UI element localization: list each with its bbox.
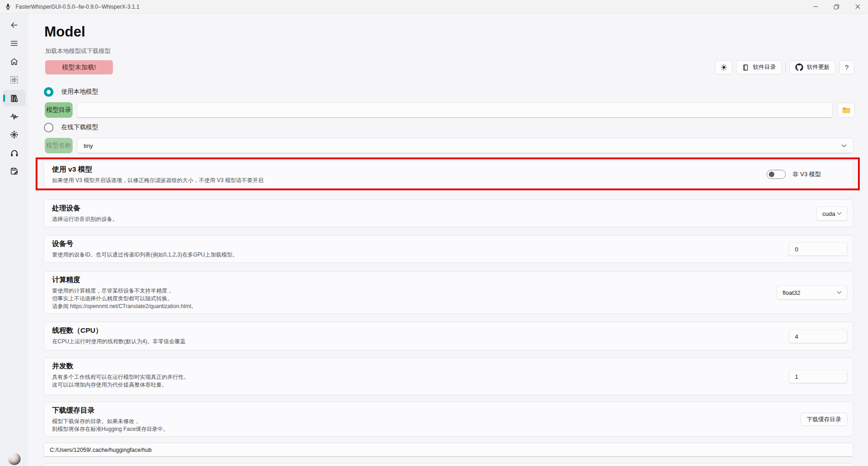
card-device-title: 处理设备 [52, 204, 845, 213]
back-button[interactable] [6, 17, 22, 33]
theme-toggle-button[interactable] [715, 60, 732, 74]
hamburger-menu-icon [10, 39, 19, 48]
titlebar: FasterWhisperGUI-0.5.0--fw-0.9.0--Whispe… [0, 0, 868, 14]
notebook-icon [742, 64, 749, 71]
software-catalog-label: 软件目录 [753, 63, 776, 71]
software-update-label: 软件更新 [807, 63, 830, 71]
card-num-workers: 并发数 具有多个工作线程可以在运行模型时实现真正的并行性。 这可以以增加内存使用… [43, 357, 853, 395]
card-use-v3-desc: 如果使用 V3 模型开启该选项，以修正梅尔滤波器组的大小，不使用 V3 模型请不… [52, 177, 845, 184]
radio-selected-icon [44, 87, 53, 97]
card-num-workers-desc: 具有多个工作线程可以在运行模型时实现真正的并行性。 这可以以增加内存使用为代价提… [52, 373, 845, 389]
toolbar-divider [785, 63, 786, 72]
card-compute-type-title: 计算精度 [52, 275, 845, 285]
v3-toggle-switch[interactable] [767, 170, 786, 179]
close-button[interactable] [847, 0, 868, 13]
card-device-index: 设备号 要使用的设备ID。也可以通过传递ID列表(例如0,1,2,3)在多GPU… [43, 235, 853, 263]
v3-toggle-label: 非 V3 模型 [793, 170, 821, 178]
card-use-v3: 使用 v3 模型 如果使用 V3 模型开启该选项，以修正梅尔滤波器组的大小，不使… [43, 161, 853, 188]
top-toolbar: 软件目录 软件更新 ? [715, 60, 854, 74]
home-icon [10, 57, 19, 66]
app-microphone-icon [5, 3, 11, 10]
sidebar-item-vad[interactable] [6, 109, 22, 124]
snowflake-chip-icon [10, 130, 19, 139]
menu-toggle-button[interactable] [6, 36, 22, 51]
model-name-combobox[interactable]: tiny [77, 138, 853, 153]
main-content: Model 加载本地模型或下载模型 模型未加载! 软件目录 [28, 14, 868, 466]
model-dir-input[interactable] [77, 102, 833, 118]
cpu-threads-input[interactable] [789, 329, 847, 343]
card-partial [43, 463, 853, 466]
card-cpu-threads-desc: 在CPU上运行时使用的线程数(默认为4)。非零值会覆盖 [52, 338, 845, 346]
device-index-input[interactable] [789, 242, 847, 256]
sidebar-item-output[interactable] [6, 163, 22, 179]
radio-online-label: 在线下载模型 [61, 123, 98, 131]
waveform-icon [10, 112, 19, 121]
card-compute-type-desc: 要使用的计算精度，尽管某些设备不支持半精度， 但事实上不论选择什么精度类型都可以… [52, 287, 845, 310]
chevron-down-icon [837, 291, 842, 294]
library-books-icon [10, 94, 19, 103]
sidebar-item-transcribe[interactable] [6, 127, 22, 142]
restore-button[interactable] [826, 0, 847, 13]
pixel-grid-icon [10, 75, 19, 84]
github-icon [795, 63, 803, 71]
download-root-button[interactable]: 下载缓存目录 [800, 413, 847, 426]
radio-local-model[interactable]: 使用本地模型 [44, 87, 98, 97]
minimize-button[interactable] [805, 0, 826, 13]
save-edit-icon [10, 167, 19, 176]
chevron-down-icon [837, 212, 842, 215]
sidebar-item-process[interactable] [6, 72, 22, 88]
toggle-knob [769, 172, 774, 177]
software-update-button[interactable]: 软件更新 [789, 60, 836, 74]
software-catalog-button[interactable]: 软件目录 [736, 60, 782, 74]
chevron-down-icon [842, 144, 847, 147]
window-controls [805, 0, 868, 13]
folder-icon [842, 106, 851, 114]
model-name-value: tiny [84, 142, 93, 149]
model-dir-tag: 模型目录 [45, 102, 73, 118]
help-button[interactable]: ? [839, 60, 854, 74]
window-title: FasterWhisperGUI-0.5.0--fw-0.9.0--Whispe… [16, 4, 139, 10]
device-select[interactable]: cuda [816, 206, 847, 221]
help-label: ? [845, 63, 848, 71]
page-title: Model [44, 24, 85, 40]
card-compute-type: 计算精度 要使用的计算精度，尽管某些设备不支持半精度， 但事实上不论选择什么精度… [43, 271, 853, 314]
radio-online-model[interactable]: 在线下载模型 [44, 122, 98, 132]
cache-path-input[interactable] [43, 443, 853, 457]
user-avatar[interactable] [8, 453, 21, 465]
model-status-badge[interactable]: 模型未加载! [45, 60, 113, 74]
num-workers-input[interactable] [789, 369, 847, 383]
card-download-root-title: 下载缓存目录 [52, 406, 845, 415]
page-subtitle: 加载本地模型或下载模型 [45, 47, 111, 55]
card-device-index-desc: 要使用的设备ID。也可以通过传递ID列表(例如0,1,2,3)在多GPU上加载模… [52, 251, 845, 259]
model-name-tag: 模型名称 [45, 138, 73, 153]
card-device-index-title: 设备号 [52, 239, 845, 249]
compute-type-value: float32 [783, 289, 800, 296]
browse-folder-button[interactable] [837, 103, 855, 118]
card-use-v3-title: 使用 v3 模型 [52, 165, 845, 174]
back-arrow-icon [10, 21, 19, 30]
card-download-root-desc: 模型下载保存的目录。如果未修改， 则模型将保存在标准Hugging Face缓存… [52, 418, 845, 433]
v3-toggle-row: 非 V3 模型 [767, 170, 821, 179]
radio-unselected-icon [44, 123, 53, 132]
sidebar-item-home[interactable] [6, 54, 22, 69]
card-num-workers-title: 并发数 [52, 361, 845, 371]
card-device-desc: 选择运行语音识别的设备。 [52, 215, 845, 223]
active-indicator [3, 94, 5, 102]
card-download-root: 下载缓存目录 模型下载保存的目录。如果未修改， 则模型将保存在标准Hugging… [43, 402, 853, 437]
brightness-icon [720, 63, 728, 71]
headphones-icon [10, 148, 19, 158]
compute-type-select[interactable]: float32 [777, 285, 847, 300]
device-select-value: cuda [822, 210, 835, 217]
sidebar-item-audio[interactable] [6, 145, 22, 161]
sidebar-item-model-active[interactable] [3, 90, 26, 106]
radio-local-label: 使用本地模型 [61, 88, 98, 96]
card-cpu-threads-title: 线程数（CPU） [52, 326, 845, 335]
card-device: 处理设备 选择运行语音识别的设备。 cuda [43, 199, 853, 227]
sidebar-nav [0, 14, 28, 466]
card-cpu-threads: 线程数（CPU） 在CPU上运行时使用的线程数(默认为4)。非零值会覆盖 [43, 322, 853, 351]
